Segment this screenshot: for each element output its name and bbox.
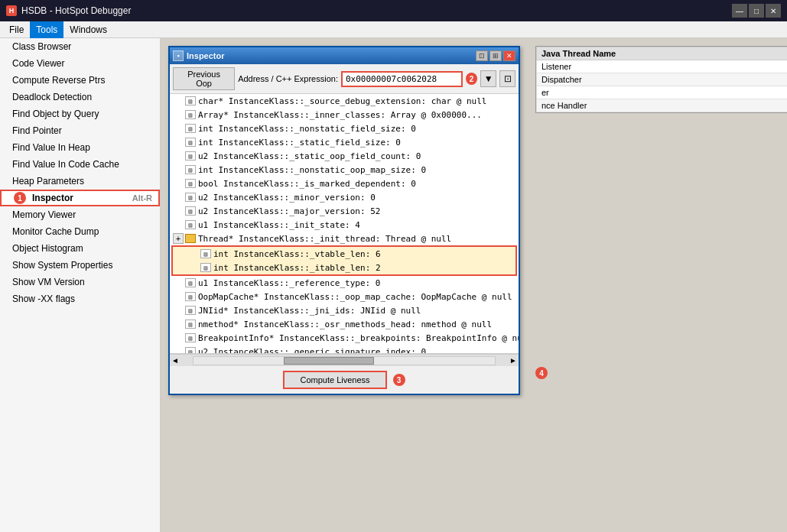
tree-text: u1 InstanceKlass::_reference_type: 0 — [198, 278, 380, 288]
sidebar-item-inspector[interactable]: 1 Inspector Alt-R — [0, 190, 160, 206]
content-area: ▪ Inspector ⊡ ⊞ ✕ Previous Oop Address /… — [161, 38, 787, 532]
tree-row[interactable]: ▤u2 InstanceKlass::_major_version: 52 — [170, 204, 519, 218]
inspector-expand-btn[interactable]: ⊞ — [489, 50, 502, 61]
inspector-badge: 1 — [14, 192, 26, 204]
sidebar-item-find-value-in-code-cache[interactable]: Find Value In Code Cache — [0, 156, 160, 173]
scroll-right-btn[interactable]: ► — [508, 356, 519, 365]
file-icon: ▤ — [185, 151, 196, 161]
tree-row[interactable]: ▤int InstanceKlass::_static_field_size: … — [170, 135, 519, 149]
sidebar-item-deadlock-detection[interactable]: Deadlock Detection — [0, 89, 160, 105]
red-border-group: ▤int InstanceKlass::_vtable_len: 6▤int I… — [171, 245, 517, 276]
file-icon: ▤ — [185, 320, 196, 329]
file-icon: ▤ — [185, 220, 196, 229]
minimize-button[interactable]: — — [732, 4, 747, 18]
tree-text: char* InstanceKlass::_source_debug_exten… — [198, 96, 487, 106]
compute-liveness-button[interactable]: Compute Liveness — [283, 371, 386, 389]
inspector-tree[interactable]: ▤char* InstanceKlass::_source_debug_exte… — [170, 94, 519, 354]
horizontal-scrollbar[interactable]: ◄ ► — [170, 354, 519, 366]
maximize-button[interactable]: □ — [749, 4, 764, 18]
badge-2: 2 — [466, 73, 477, 85]
tree-row[interactable]: ▤Array* InstanceKlass::_inner_classes: A… — [170, 108, 519, 122]
tree-row[interactable]: ▤u2 InstanceKlass::_generic_signature_in… — [170, 345, 519, 354]
tree-row[interactable]: ▤u1 InstanceKlass::_init_state: 4 — [170, 218, 519, 232]
tree-text: OopMapCache* InstanceKlass::_oop_map_cac… — [198, 292, 512, 302]
sidebar-item-class-browser[interactable]: Class Browser — [0, 38, 160, 55]
close-button[interactable]: ✕ — [766, 4, 781, 18]
tree-text: u2 InstanceKlass::_generic_signature_ind… — [198, 347, 426, 355]
address-input[interactable] — [341, 71, 463, 87]
sidebar-item-object-histogram[interactable]: Object Histogram — [0, 240, 160, 257]
sidebar-item-code-viewer[interactable]: Code Viewer — [0, 55, 160, 72]
inspector-close-btn[interactable]: ✕ — [503, 50, 515, 61]
tree-row[interactable]: ▤nmethod* InstanceKlass::_osr_nmethods_h… — [170, 317, 519, 331]
thread-row[interactable]: Dispatcher — [537, 73, 788, 86]
sidebar-item-monitor-cache-dump[interactable]: Monitor Cache Dump — [0, 223, 160, 240]
thread-row[interactable]: er — [537, 86, 788, 99]
inspector-window: ▪ Inspector ⊡ ⊞ ✕ Previous Oop Address /… — [168, 46, 520, 395]
tree-row[interactable]: ▤int InstanceKlass::_nonstatic_oop_map_s… — [170, 163, 519, 177]
dropdown-btn[interactable]: ▼ — [480, 70, 496, 87]
tree-text: int InstanceKlass::_nonstatic_field_size… — [198, 124, 416, 134]
scroll-thumb[interactable] — [284, 357, 374, 365]
inspector-toolbar: Previous Oop Address / C++ Expression: 2… — [170, 64, 519, 94]
tree-row[interactable]: ▤u2 InstanceKlass::_static_oop_field_cou… — [170, 149, 519, 163]
sidebar: Class Browser Code Viewer Compute Revers… — [0, 38, 161, 532]
tree-text: u2 InstanceKlass::_minor_version: 0 — [198, 193, 376, 203]
menu-file[interactable]: File — [3, 21, 30, 38]
tree-row[interactable]: ▤JNIid* InstanceKlass::_jni_ids: JNIid @… — [170, 303, 519, 317]
sidebar-item-show-vm-version[interactable]: Show VM Version — [0, 274, 160, 290]
folder-icon — [185, 234, 196, 243]
badge-3: 3 — [393, 374, 405, 386]
tree-row[interactable]: ▤char* InstanceKlass::_source_debug_exte… — [170, 94, 519, 108]
previous-oop-button[interactable]: Previous Oop — [173, 67, 235, 90]
file-icon: ▤ — [185, 333, 196, 342]
tree-row[interactable]: +Thread* InstanceKlass::_init_thread: Th… — [170, 232, 519, 245]
tree-text: u2 InstanceKlass::_static_oop_field_coun… — [198, 151, 421, 161]
file-icon: ▤ — [185, 306, 196, 315]
tree-text: int InstanceKlass::_itable_len: 2 — [213, 263, 381, 273]
menu-tools[interactable]: Tools — [30, 21, 63, 38]
sidebar-item-heap-parameters[interactable]: Heap Parameters — [0, 173, 160, 190]
scroll-track — [193, 356, 496, 365]
tree-text: Thread* InstanceKlass::_init_thread: Thr… — [198, 234, 451, 244]
tree-row[interactable]: ▤int InstanceKlass::_itable_len: 2 — [173, 261, 515, 274]
address-label: Address / C++ Expression: — [238, 74, 338, 83]
tree-row[interactable]: ▤OopMapCache* InstanceKlass::_oop_map_ca… — [170, 290, 519, 303]
tree-row[interactable]: ▤u2 InstanceKlass::_minor_version: 0 — [170, 190, 519, 204]
file-icon: ▤ — [185, 347, 196, 354]
sidebar-item-show-xx-flags[interactable]: Show -XX flags — [0, 290, 160, 307]
tree-expand-icon[interactable]: + — [173, 233, 184, 244]
tree-row[interactable]: ▤BreakpointInfo* InstanceKlass::_breakpo… — [170, 331, 519, 345]
tree-text: int InstanceKlass::_static_field_size: 0 — [198, 138, 401, 148]
inspector-shrink-btn[interactable]: ⊡ — [476, 50, 488, 61]
file-icon: ▤ — [185, 110, 196, 119]
menu-bar: File Tools Windows — [0, 21, 787, 38]
sidebar-item-find-value-in-heap[interactable]: Find Value In Heap — [0, 139, 160, 156]
clear-btn[interactable]: ⊡ — [499, 70, 515, 87]
inspector-footer: Compute Liveness 3 — [170, 366, 519, 394]
sidebar-item-show-system-properties[interactable]: Show System Properties — [0, 257, 160, 274]
thread-cell: Dispatcher — [537, 73, 788, 86]
tree-text: bool InstanceKlass::_is_marked_dependent… — [198, 179, 416, 189]
tree-row[interactable]: ▤int InstanceKlass::_vtable_len: 6 — [173, 247, 515, 261]
file-icon: ▤ — [185, 278, 196, 287]
tree-row[interactable]: ▤u1 InstanceKlass::_reference_type: 0 — [170, 276, 519, 290]
thread-row[interactable]: Listener — [537, 60, 788, 73]
sidebar-item-find-pointer[interactable]: Find Pointer — [0, 122, 160, 139]
tree-row[interactable]: ▤int InstanceKlass::_nonstatic_field_siz… — [170, 122, 519, 135]
tree-text: BreakpointInfo* InstanceKlass::_breakpoi… — [198, 333, 519, 343]
thread-row[interactable]: nce Handler — [537, 99, 788, 112]
inspector-window-icon: ▪ — [173, 50, 184, 61]
sidebar-item-memory-viewer[interactable]: Memory Viewer — [0, 206, 160, 223]
thread-cell: Listener — [537, 60, 788, 73]
sidebar-item-find-object-by-query[interactable]: Find Object by Query — [0, 105, 160, 122]
tree-text: int InstanceKlass::_vtable_len: 6 — [213, 249, 381, 259]
file-icon: ▤ — [185, 124, 196, 133]
app-icon: H — [6, 5, 17, 16]
scroll-left-btn[interactable]: ◄ — [170, 356, 180, 365]
sidebar-item-compute-reverse-ptrs[interactable]: Compute Reverse Ptrs — [0, 72, 160, 89]
file-icon: ▤ — [185, 193, 196, 202]
thread-cell: er — [537, 86, 788, 99]
menu-windows[interactable]: Windows — [63, 21, 113, 38]
tree-row[interactable]: ▤bool InstanceKlass::_is_marked_dependen… — [170, 177, 519, 190]
